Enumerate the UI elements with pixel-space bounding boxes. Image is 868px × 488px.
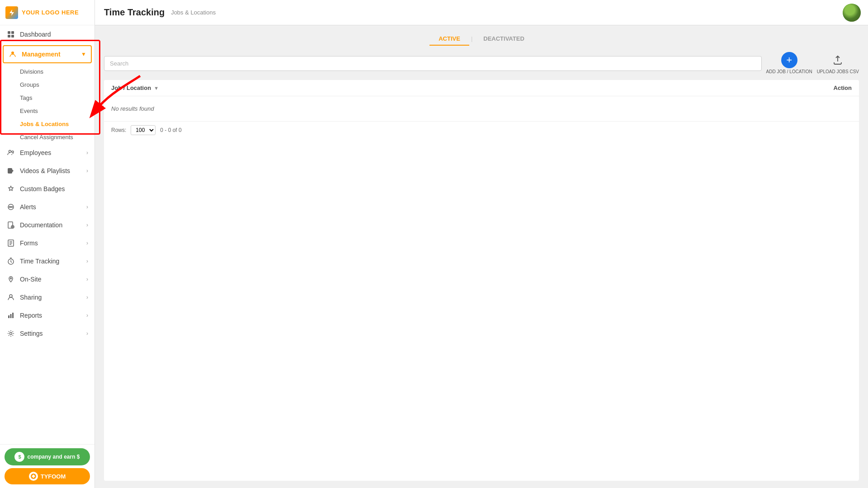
tyfoom-label: TYFOOM — [41, 473, 66, 480]
logo-area: YOUR LOGO HERE — [0, 0, 94, 25]
svg-marker-9 — [12, 169, 14, 172]
svg-point-5 — [11, 52, 14, 54]
alerts-label: Alerts — [20, 203, 86, 211]
sidebar-bottom: $ company and earn $ TYFOOM — [0, 444, 94, 488]
dashboard-label: Dashboard — [20, 31, 88, 38]
rows-label: Rows: — [111, 127, 126, 133]
sidebar-item-employees[interactable]: Employees › — [0, 144, 94, 162]
sidebar-item-forms[interactable]: Forms › — [0, 234, 94, 252]
sharing-chevron-icon: › — [86, 294, 88, 300]
forms-icon — [6, 239, 15, 248]
svg-point-22 — [9, 295, 12, 297]
forms-chevron-icon: › — [86, 240, 88, 246]
sub-nav-groups[interactable]: Groups — [0, 78, 94, 91]
reports-chevron-icon: › — [86, 312, 88, 319]
dashboard-icon — [6, 30, 15, 39]
on-site-icon — [6, 275, 15, 284]
sharing-label: Sharing — [20, 294, 86, 301]
add-job-button[interactable]: + ADD JOB / LOCATION — [766, 52, 812, 75]
col-action-header: Action — [816, 84, 852, 91]
reports-icon — [6, 311, 15, 320]
alerts-icon — [6, 202, 15, 211]
toolbar: + ADD JOB / LOCATION UPLOAD JOBS CSV — [104, 52, 859, 75]
table-header: Job / Location ▼ Action — [104, 80, 859, 96]
badges-icon — [6, 184, 15, 193]
main-content: Time Tracking Jobs & Locations ACTIVE | … — [95, 0, 868, 488]
tab-deactivated[interactable]: DEACTIVATED — [474, 33, 533, 46]
documentation-chevron-icon: › — [86, 222, 88, 228]
sub-nav-tags[interactable]: Tags — [0, 91, 94, 104]
svg-point-11 — [9, 206, 10, 207]
documentation-icon — [6, 221, 15, 230]
sidebar-item-time-tracking[interactable]: Time Tracking › — [0, 252, 94, 270]
refer-label: company and earn $ — [27, 454, 80, 460]
management-sub-nav: Divisions Groups Tags Events Jobs & Loca… — [0, 65, 94, 144]
add-icon: + — [781, 52, 797, 68]
sub-nav-divisions[interactable]: Divisions — [0, 65, 94, 78]
svg-rect-3 — [8, 35, 10, 38]
content-area: ACTIVE | DEACTIVATED + ADD JOB / LOCATIO… — [95, 25, 868, 488]
management-label: Management — [22, 51, 81, 58]
sidebar-item-alerts[interactable]: Alerts › — [0, 198, 94, 216]
svg-rect-8 — [8, 168, 12, 174]
sub-nav-cancel-assignments[interactable]: Cancel Assignments — [0, 131, 94, 144]
logo-text: YOUR LOGO HERE — [22, 9, 79, 16]
employees-chevron-icon: › — [86, 150, 88, 156]
documentation-label: Documentation — [20, 221, 86, 229]
management-icon — [8, 50, 17, 59]
badges-label: Custom Badges — [20, 185, 88, 192]
svg-rect-24 — [10, 314, 12, 318]
tyfoom-button[interactable]: TYFOOM — [5, 468, 90, 484]
col-job-sort-icon: ▼ — [154, 85, 159, 91]
svg-point-26 — [10, 333, 12, 335]
table-container: Job / Location ▼ Action No results found… — [104, 80, 859, 481]
tab-active[interactable]: ACTIVE — [429, 33, 469, 46]
employees-label: Employees — [20, 149, 86, 156]
svg-marker-0 — [9, 9, 14, 16]
on-site-label: On-Site — [20, 276, 86, 283]
sidebar-item-sharing[interactable]: Sharing › — [0, 288, 94, 306]
avatar — [843, 4, 861, 22]
rows-info: 0 - 0 of 0 — [160, 127, 181, 133]
sidebar-item-reports[interactable]: Reports › — [0, 306, 94, 324]
header: Time Tracking Jobs & Locations — [95, 0, 868, 25]
search-input[interactable] — [104, 56, 762, 71]
tyfoom-icon — [29, 472, 38, 481]
reports-label: Reports — [20, 312, 86, 319]
refer-button[interactable]: $ company and earn $ — [5, 448, 90, 465]
col-job-header[interactable]: Job / Location ▼ — [111, 84, 816, 91]
svg-rect-25 — [12, 313, 14, 318]
logo-icon — [5, 6, 18, 19]
settings-icon — [6, 329, 15, 338]
tab-separator: | — [469, 33, 474, 46]
sidebar-item-videos[interactable]: Videos & Playlists › — [0, 162, 94, 180]
videos-icon — [6, 166, 15, 175]
sidebar-item-on-site[interactable]: On-Site › — [0, 270, 94, 288]
videos-chevron-icon: › — [86, 168, 88, 174]
rows-per-page-select[interactable]: 100 — [131, 125, 156, 135]
settings-chevron-icon: › — [86, 330, 88, 337]
avatar-image — [843, 4, 861, 22]
svg-rect-1 — [8, 31, 10, 34]
sidebar-item-documentation[interactable]: Documentation › — [0, 216, 94, 234]
sidebar-item-settings[interactable]: Settings › — [0, 324, 94, 343]
upload-csv-button[interactable]: UPLOAD JOBS CSV — [817, 52, 859, 75]
sub-nav-jobs-locations[interactable]: Jobs & Locations — [0, 117, 94, 131]
sub-nav-events[interactable]: Events — [0, 104, 94, 117]
sidebar-item-custom-badges[interactable]: Custom Badges — [0, 180, 94, 198]
svg-rect-2 — [11, 31, 14, 34]
col-action-label: Action — [834, 84, 852, 91]
videos-label: Videos & Playlists — [20, 167, 86, 174]
no-results-message: No results found — [104, 96, 859, 121]
sidebar-item-management[interactable]: Management ▼ — [3, 45, 92, 63]
svg-point-7 — [12, 151, 14, 153]
svg-point-12 — [10, 206, 11, 207]
settings-label: Settings — [20, 330, 86, 337]
sidebar-item-dashboard[interactable]: Dashboard — [0, 25, 94, 43]
time-tracking-label: Time Tracking — [20, 258, 86, 265]
management-chevron-icon: ▼ — [81, 51, 86, 57]
sidebar: YOUR LOGO HERE Dashboard Management ▼ Di… — [0, 0, 95, 488]
upload-icon — [830, 52, 846, 68]
svg-point-21 — [10, 278, 12, 279]
upload-csv-label: UPLOAD JOBS CSV — [817, 69, 859, 75]
